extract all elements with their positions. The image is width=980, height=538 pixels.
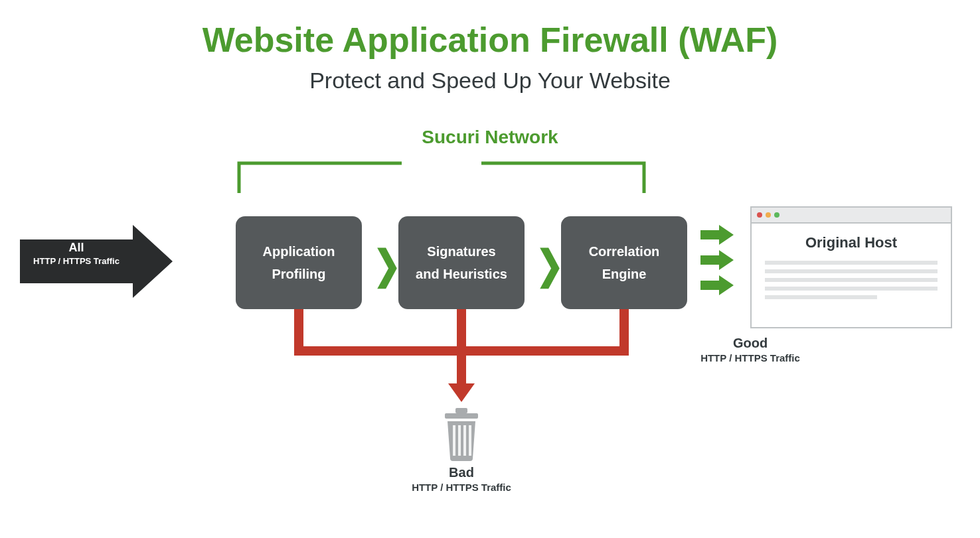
trash-icon	[438, 405, 485, 464]
svg-rect-8	[457, 346, 466, 386]
window-min-dot-icon	[766, 212, 771, 218]
window-close-dot-icon	[757, 212, 762, 218]
node-correlation-engine: Correlation Engine	[561, 216, 687, 309]
svg-rect-10	[445, 413, 478, 419]
window-max-dot-icon	[774, 212, 779, 218]
page-title: Website Application Firewall (WAF)	[0, 20, 980, 60]
diagram-canvas: Sucuri Network All HTTP / HTTPS Traffic …	[0, 113, 980, 511]
incoming-label-line1: All	[20, 241, 133, 255]
bad-traffic-flow-icon	[236, 309, 687, 402]
svg-marker-2	[700, 250, 734, 270]
node-application-profiling: Application Profiling	[236, 216, 362, 309]
svg-marker-3	[700, 275, 734, 295]
svg-rect-15	[469, 425, 471, 456]
chevron-icon: ❯	[373, 242, 401, 289]
network-label: Sucuri Network	[0, 127, 980, 148]
chevron-icon: ❯	[536, 242, 564, 289]
svg-marker-9	[448, 383, 475, 402]
incoming-label-line2: HTTP / HTTPS Traffic	[20, 256, 133, 266]
svg-rect-11	[455, 408, 467, 413]
svg-rect-14	[463, 425, 466, 456]
svg-rect-13	[458, 425, 461, 456]
node-signatures-heuristics: Signatures and Heuristics	[398, 216, 525, 309]
good-arrows-icon	[700, 220, 734, 301]
svg-marker-1	[700, 225, 734, 245]
svg-rect-12	[453, 425, 455, 456]
bad-traffic-label: Bad HTTP / HTTPS Traffic	[372, 465, 551, 493]
page-subtitle: Protect and Speed Up Your Website	[0, 68, 980, 94]
good-traffic-label: Good HTTP / HTTPS Traffic	[691, 336, 810, 364]
original-host-label: Original Host	[765, 234, 938, 251]
incoming-arrow: All HTTP / HTTPS Traffic	[20, 225, 173, 298]
bracket-icon	[236, 153, 647, 193]
browser-window-icon: Original Host	[750, 206, 952, 328]
